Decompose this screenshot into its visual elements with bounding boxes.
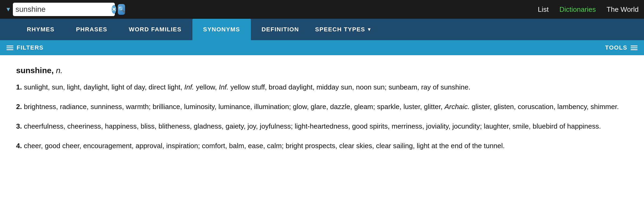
speech-types-arrow-icon: ▼ xyxy=(367,27,372,32)
hamburger-line-2 xyxy=(6,47,13,48)
nav-the-world[interactable]: The World xyxy=(607,5,639,14)
tools-hamburger-icon xyxy=(631,46,638,50)
dropdown-arrow-icon[interactable]: ▼ xyxy=(5,6,11,13)
search-box: ✕ 🔍 xyxy=(13,3,115,16)
top-nav-links: List Dictionaries The World xyxy=(538,5,639,14)
hamburger-icon xyxy=(6,46,13,50)
top-bar: ▼ ✕ 🔍 List Dictionaries The World xyxy=(0,0,644,19)
entry-text-1: sunlight, sun, light, daylight, light of… xyxy=(24,83,470,91)
tab-phrases[interactable]: PHRASES xyxy=(65,19,118,40)
entry-text-4: cheer, good cheer, encouragement, approv… xyxy=(24,142,505,150)
entry-text-3: cheerfulness, cheeriness, happiness, bli… xyxy=(24,122,601,130)
tools-hamburger-line-3 xyxy=(631,49,638,50)
synonym-entry-4: 4. cheer, good cheer, encouragement, app… xyxy=(16,140,628,152)
word-text: sunshine, xyxy=(16,66,54,75)
hamburger-line-1 xyxy=(6,46,13,46)
entry-number-1: 1. xyxy=(16,83,22,91)
synonym-entry-1: 1. sunlight, sun, light, daylight, light… xyxy=(16,81,628,93)
nav-dictionaries[interactable]: Dictionaries xyxy=(559,5,596,14)
tools-button[interactable]: TOOLS xyxy=(605,44,638,51)
entry-number-4: 4. xyxy=(16,142,22,150)
tab-word-families[interactable]: WORD FAMILIES xyxy=(118,19,192,40)
entry-number-3: 3. xyxy=(16,122,22,130)
search-button[interactable]: 🔍 xyxy=(118,4,125,15)
tab-definition[interactable]: DEFINITION xyxy=(251,19,310,40)
search-icon: 🔍 xyxy=(118,6,125,13)
word-title: sunshine, n. xyxy=(16,66,628,75)
tab-rhymes[interactable]: RHYMES xyxy=(16,19,65,40)
search-input[interactable] xyxy=(16,5,112,14)
synonym-entry-3: 3. cheerfulness, cheeriness, happiness, … xyxy=(16,121,628,132)
filter-bar: FILTERS TOOLS xyxy=(0,40,644,55)
tab-bar: RHYMES PHRASES WORD FAMILIES SYNONYMS DE… xyxy=(0,19,644,40)
filters-label: FILTERS xyxy=(17,44,44,51)
tools-hamburger-line-1 xyxy=(631,46,638,46)
clear-icon: ✕ xyxy=(112,6,116,13)
entry-text-2: brightness, radiance, sunniness, warmth;… xyxy=(24,103,619,111)
tab-synonyms[interactable]: SYNONYMS xyxy=(192,19,251,40)
speech-types-label: SPEECH TYPES xyxy=(315,26,365,33)
word-pos: n. xyxy=(56,66,63,75)
clear-button[interactable]: ✕ xyxy=(112,5,116,14)
tools-label: TOOLS xyxy=(605,44,627,51)
entry-number-2: 2. xyxy=(16,103,22,111)
filters-button[interactable]: FILTERS xyxy=(6,44,44,51)
hamburger-line-3 xyxy=(6,49,13,50)
tab-speech-types[interactable]: SPEECH TYPES ▼ xyxy=(310,19,377,40)
main-content: sunshine, n. 1. sunlight, sun, light, da… xyxy=(0,55,644,224)
tools-hamburger-line-2 xyxy=(631,47,638,48)
search-area: ▼ ✕ 🔍 xyxy=(5,3,115,16)
nav-list[interactable]: List xyxy=(538,5,548,14)
synonym-entry-2: 2. brightness, radiance, sunniness, warm… xyxy=(16,101,628,113)
